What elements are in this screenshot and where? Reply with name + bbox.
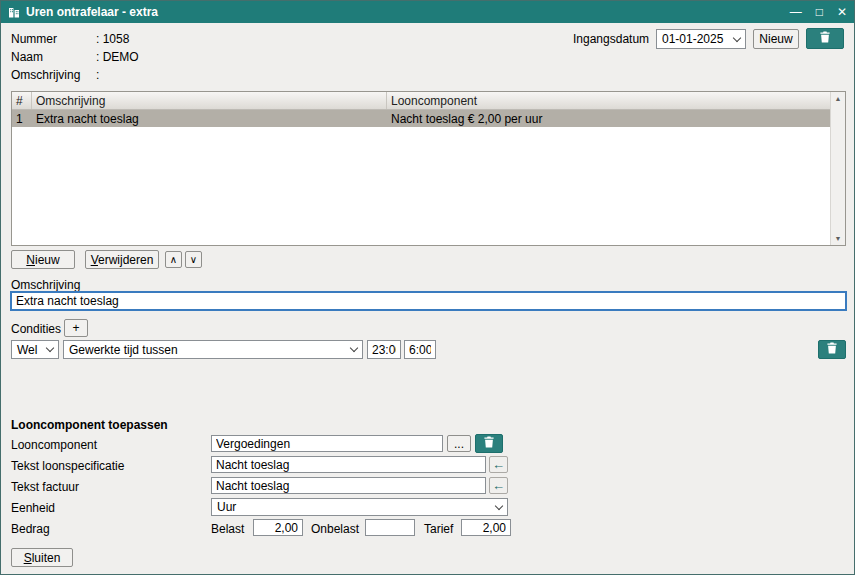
conditie-delete-button[interactable] <box>818 340 846 359</box>
ingangsdatum-select[interactable]: 01-01-2025 <box>656 29 746 49</box>
trash-icon <box>820 31 830 46</box>
looncomponent-section-title: Looncomponent toepassen <box>11 418 168 432</box>
looncomponent-browse-button[interactable]: ... <box>447 435 471 452</box>
grid-row[interactable]: 1 Extra nacht toeslag Nacht toeslag € 2,… <box>12 110 830 127</box>
nummer-value: : 1058 <box>96 32 129 46</box>
sluiten-button[interactable]: Sluiten <box>11 548 73 567</box>
dialog-window: Uren ontrafelaar - extra — □ ✕ Nummer : … <box>0 0 855 575</box>
onbelast-input[interactable] <box>365 519 415 536</box>
conditie-from-time-input[interactable] <box>367 340 401 359</box>
condities-label: Condities <box>11 322 61 336</box>
trash-icon <box>484 436 494 451</box>
ingangsdatum-delete-button[interactable] <box>806 28 844 49</box>
omschrijving-input[interactable] <box>11 292 846 310</box>
grid-scrollbar[interactable]: ▲ ▼ <box>830 92 845 245</box>
naam-value: : DEMO <box>96 50 139 64</box>
ingangsdatum-value: 01-01-2025 <box>662 32 723 46</box>
conditie-type-select[interactable]: Gewerkte tijd tussen <box>63 340 363 359</box>
titlebar[interactable]: Uren ontrafelaar - extra — □ ✕ <box>1 1 854 23</box>
move-up-button[interactable]: ∧ <box>165 251 182 268</box>
column-header-num: # <box>12 92 32 109</box>
belast-input[interactable] <box>253 519 303 536</box>
tekst-loonspecificatie-label: Tekst loonspecificatie <box>11 459 124 473</box>
copy-factuur-button[interactable]: ← <box>489 477 508 494</box>
grid-verwijderen-button[interactable]: Verwijderen <box>85 250 159 269</box>
add-conditie-button[interactable]: + <box>64 319 88 337</box>
tekst-factuur-input[interactable] <box>211 477 486 494</box>
ingangsdatum-nieuw-button[interactable]: Nieuw <box>753 29 799 49</box>
column-header-omschrijving: Omschrijving <box>32 92 387 109</box>
scroll-up-icon[interactable]: ▲ <box>835 92 842 105</box>
chevron-down-icon <box>350 344 358 352</box>
grid-nieuw-button[interactable]: Nieuw <box>11 250 75 269</box>
onbelast-label: Onbelast <box>311 522 359 536</box>
building-icon <box>8 7 20 18</box>
naam-label: Naam <box>11 50 43 64</box>
omschrijving-header-value: : <box>96 68 99 82</box>
arrow-left-icon: ← <box>492 458 505 471</box>
chevron-down-icon: ∨ <box>190 254 197 265</box>
omschrijving-field-label: Omschrijving <box>11 278 80 292</box>
grid-header: # Omschrijving Looncomponent <box>12 92 830 110</box>
column-header-looncomponent: Looncomponent <box>387 92 830 109</box>
cell-looncomponent: Nacht toeslag € 2,00 per uur <box>387 112 830 126</box>
looncomponent-label: Looncomponent <box>11 438 97 452</box>
bedrag-label: Bedrag <box>11 522 50 536</box>
eenheid-label: Eenheid <box>11 501 55 515</box>
tarief-input[interactable] <box>461 519 511 536</box>
maximize-button[interactable]: □ <box>816 6 823 18</box>
move-down-button[interactable]: ∨ <box>185 251 202 268</box>
omschrijving-header-label: Omschrijving <box>11 68 80 82</box>
minimize-button[interactable]: — <box>790 6 802 18</box>
plus-icon: + <box>72 321 79 335</box>
cell-omschrijving: Extra nacht toeslag <box>32 112 387 126</box>
chevron-down-icon <box>46 344 54 352</box>
looncomponent-input[interactable] <box>211 435 443 452</box>
nummer-label: Nummer <box>11 32 57 46</box>
conditie-mode-select[interactable]: Wel <box>11 340 59 359</box>
belast-label: Belast <box>211 522 244 536</box>
eenheid-select[interactable]: Uur <box>211 498 508 516</box>
chevron-down-icon <box>733 33 741 41</box>
looncomponent-delete-button[interactable] <box>475 434 503 453</box>
tekst-factuur-label: Tekst factuur <box>11 480 79 494</box>
tekst-loonspecificatie-input[interactable] <box>211 456 486 473</box>
scroll-down-icon[interactable]: ▼ <box>835 232 842 245</box>
chevron-up-icon: ∧ <box>170 254 177 265</box>
chevron-down-icon <box>495 501 503 509</box>
tarief-label: Tarief <box>424 522 453 536</box>
conditie-to-time-input[interactable] <box>404 340 436 359</box>
ingangsdatum-label: Ingangsdatum <box>573 32 649 46</box>
trash-icon <box>827 342 837 357</box>
close-button[interactable]: ✕ <box>837 6 847 18</box>
cell-num: 1 <box>12 112 32 126</box>
copy-loonspecificatie-button[interactable]: ← <box>489 456 508 473</box>
ontrafel-regels-grid: # Omschrijving Looncomponent 1 Extra nac… <box>11 91 846 246</box>
window-title: Uren ontrafelaar - extra <box>26 5 158 19</box>
arrow-left-icon: ← <box>492 479 505 492</box>
